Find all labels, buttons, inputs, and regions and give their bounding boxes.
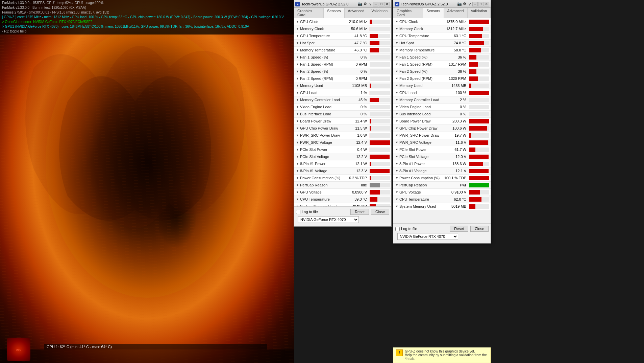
sensor-label-23: PerfCap Reason (399, 183, 427, 187)
sensor-dropdown-0[interactable]: ▼ (395, 20, 399, 23)
tab-graphics-card-right[interactable]: Graphics Card (393, 8, 423, 18)
gpuz-right-log-checkbox[interactable] (395, 227, 400, 231)
sensor-dropdown-9[interactable]: ▼ (296, 84, 299, 87)
tab-advanced-right[interactable]: Advanced (444, 8, 468, 18)
sensor-name-22: ▼Power Consumption (%) (393, 176, 443, 180)
sensor-dropdown-13[interactable]: ▼ (395, 112, 399, 116)
sensor-dropdown-19[interactable]: ▼ (395, 155, 399, 158)
sensor-dropdown-6[interactable]: ▼ (296, 63, 299, 66)
tab-validation-right[interactable]: Validation (468, 8, 491, 18)
sensor-dropdown-4[interactable]: ▼ (395, 48, 399, 52)
gpuz-right-close-btn[interactable]: Close (470, 226, 489, 232)
sensor-dropdown-9[interactable]: ▼ (395, 84, 399, 87)
sensor-dropdown-8[interactable]: ▼ (296, 77, 299, 80)
tab-advanced-left[interactable]: Advanced (345, 8, 368, 18)
sensor-dropdown-7[interactable]: ▼ (296, 70, 299, 73)
sensor-dropdown-21[interactable]: ▼ (296, 169, 299, 173)
sensor-dropdown-16[interactable]: ▼ (296, 134, 299, 137)
sensor-dropdown-17[interactable]: ▼ (395, 141, 399, 144)
sensor-dropdown-19[interactable]: ▼ (296, 155, 299, 158)
sensor-dropdown-7[interactable]: ▼ (395, 70, 399, 73)
sensor-dropdown-24[interactable]: ▼ (395, 190, 399, 194)
sensor-dropdown-18[interactable]: ▼ (296, 148, 299, 151)
sensor-dropdown-8[interactable]: ▼ (395, 77, 399, 80)
sensor-dropdown-15[interactable]: ▼ (296, 127, 299, 130)
gpuz-right-maximize[interactable]: □ (478, 2, 484, 6)
sensor-dropdown-4[interactable]: ▼ (296, 48, 299, 52)
sensor-bar-14 (469, 119, 489, 123)
gpuz-left-minimize[interactable]: ─ (373, 2, 378, 6)
tab-sensors-left[interactable]: Sensors (324, 8, 344, 18)
gpuz-right-icon2[interactable]: ⚙ (462, 2, 467, 6)
sensor-dropdown-1[interactable]: ▼ (296, 27, 299, 30)
sensor-dropdown-1[interactable]: ▼ (395, 27, 399, 30)
sensor-dropdown-25[interactable]: ▼ (395, 198, 399, 201)
sensor-dropdown-10[interactable]: ▼ (296, 91, 299, 94)
sensor-dropdown-3[interactable]: ▼ (395, 41, 399, 45)
sensor-name-18: ▼PCIe Slot Power (393, 148, 443, 152)
gpuz-left-gpu-selector[interactable]: NVIDIA GeForce RTX 4070 (298, 216, 359, 223)
sensor-dropdown-10[interactable]: ▼ (395, 91, 399, 94)
sensor-dropdown-12[interactable]: ▼ (395, 105, 399, 109)
sensor-dropdown-5[interactable]: ▼ (395, 55, 399, 59)
sensor-dropdown-15[interactable]: ▼ (395, 127, 399, 130)
gpuz-left-close[interactable]: ✕ (385, 2, 390, 6)
sensor-value-10: 100 % (443, 91, 468, 95)
sensor-bar-container-9 (469, 84, 489, 88)
sensor-dropdown-14[interactable]: ▼ (395, 119, 399, 123)
sensor-dropdown-23[interactable]: ▼ (296, 183, 299, 187)
sensor-dropdown-12[interactable]: ▼ (296, 105, 299, 109)
tab-sensors-right[interactable]: Sensors (423, 8, 444, 18)
gpuz-right-minimize[interactable]: ─ (472, 2, 478, 6)
sensor-bar-container-8 (469, 76, 489, 81)
sensor-dropdown-20[interactable]: ▼ (395, 162, 399, 165)
gpuz-left-close-btn[interactable]: Close (371, 209, 389, 215)
gpuz-right-log-label[interactable]: Log to file (395, 227, 417, 231)
sensor-name-7: ▼Fan 2 Speed (%) (294, 69, 344, 73)
sensor-dropdown-13[interactable]: ▼ (296, 112, 299, 116)
sensor-dropdown-0[interactable]: ▼ (296, 20, 299, 23)
sensor-dropdown-20[interactable]: ▼ (296, 162, 299, 165)
gpuz-right-reset-btn[interactable]: Reset (450, 226, 468, 232)
sensor-dropdown-14[interactable]: ▼ (296, 119, 299, 123)
gpuz-right-icon1[interactable]: 📷 (457, 2, 462, 6)
gpuz-left-icon3[interactable]: ? (368, 2, 373, 6)
sensor-value-4: 46.0 °C (344, 48, 368, 52)
sensor-dropdown-11[interactable]: ▼ (395, 98, 399, 101)
sensor-dropdown-16[interactable]: ▼ (395, 134, 399, 137)
sensor-dropdown-17[interactable]: ▼ (296, 141, 299, 144)
sensor-row-7: ▼Fan 2 Speed (%)36 % (393, 68, 491, 75)
tab-graphics-card-left[interactable]: Graphics Card (294, 8, 324, 18)
sensor-dropdown-11[interactable]: ▼ (296, 98, 299, 101)
sensor-row-13: ▼Bus Interface Load0 % (294, 111, 391, 118)
sensor-bar-25 (469, 197, 481, 202)
sensor-dropdown-5[interactable]: ▼ (296, 55, 299, 59)
gpuz-left-reset-btn[interactable]: Reset (350, 209, 369, 215)
gpuz-left-maximize[interactable]: □ (379, 2, 384, 6)
sensor-dropdown-3[interactable]: ▼ (296, 41, 299, 45)
gpuz-left-icon2[interactable]: ⚙ (363, 2, 368, 6)
sensor-name-3: ▼Hot Spot (393, 41, 443, 45)
sensor-dropdown-18[interactable]: ▼ (395, 148, 399, 151)
gpuz-right-icon3[interactable]: ? (467, 2, 472, 6)
sensor-name-23: ▼PerfCap Reason (294, 183, 344, 187)
sensor-dropdown-23[interactable]: ▼ (395, 183, 399, 187)
sensor-bar-2 (370, 34, 378, 38)
sensor-dropdown-22[interactable]: ▼ (395, 176, 399, 180)
gpuz-right-close[interactable]: ✕ (484, 2, 489, 6)
sensor-dropdown-6[interactable]: ▼ (395, 63, 399, 66)
sensor-dropdown-25[interactable]: ▼ (296, 198, 299, 201)
sensor-dropdown-2[interactable]: ▼ (296, 34, 299, 38)
sensor-dropdown-24[interactable]: ▼ (296, 190, 299, 194)
gpuz-left-icon1[interactable]: 📷 (358, 2, 363, 6)
sensor-dropdown-22[interactable]: ▼ (296, 176, 299, 180)
gpuz-right-gpu-selector[interactable]: NVIDIA GeForce RTX 4070 (397, 233, 458, 240)
sensor-label-13: Bus Interface Load (399, 112, 430, 116)
sensor-dropdown-26[interactable]: ▼ (395, 205, 399, 208)
sensor-dropdown-2[interactable]: ▼ (395, 34, 399, 38)
tab-validation-left[interactable]: Validation (368, 8, 392, 18)
sensor-dropdown-21[interactable]: ▼ (395, 169, 399, 173)
gpuz-left-log-checkbox[interactable] (296, 210, 300, 214)
sensor-row-20: ▼8-Pin #1 Power138.6 W (393, 160, 491, 167)
gpuz-left-log-label[interactable]: Log to file (296, 210, 318, 214)
